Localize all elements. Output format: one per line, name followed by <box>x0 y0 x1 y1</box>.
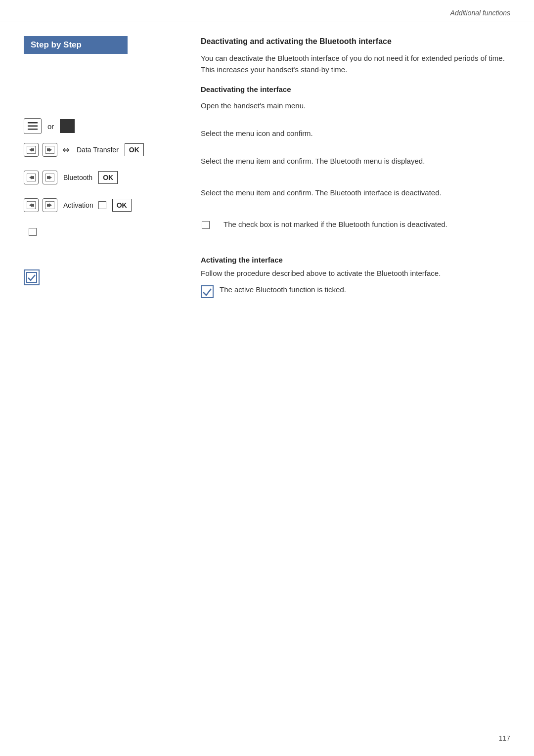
main-section-title: Deactivating and activating the Bluetoot… <box>201 37 510 46</box>
svg-marker-11 <box>29 176 32 179</box>
svg-rect-9 <box>47 148 49 151</box>
page-header: Additional functions <box>0 0 534 21</box>
square-icon <box>60 119 75 133</box>
svg-marker-17 <box>29 203 32 207</box>
checkbox-symbol <box>29 228 37 236</box>
deactivating-subtitle: Deactivating the interface <box>201 85 510 93</box>
desc-row-or: Open the handset's main menu. <box>201 97 510 125</box>
desc-activation-text: Select the menu item and confirm. The Bl… <box>201 187 442 198</box>
activating-tick-text: The active Bluetooth function is ticked. <box>220 284 346 296</box>
desc-checkbox-text: The check box is not marked if the Bluet… <box>223 219 447 230</box>
desc-row-bluetooth: Select the menu item and confirm. The Bl… <box>201 153 510 184</box>
desc-row-data-transfer: Select the menu icon and confirm. <box>201 125 510 153</box>
nav-forward-icon-3 <box>43 198 57 212</box>
steps-area: or <box>24 113 183 299</box>
desc-data-transfer-text: Select the menu icon and confirm. <box>201 128 313 139</box>
svg-rect-21 <box>47 204 49 207</box>
or-text: or <box>47 122 54 131</box>
or-row: or <box>24 118 183 134</box>
desc-rows: Open the handset's main menu. Select the… <box>201 97 510 244</box>
desc-row-activation: Select the menu item and confirm. The Bl… <box>201 184 510 216</box>
svg-rect-1 <box>28 126 38 127</box>
desc-bluetooth-text: Select the menu item and confirm. The Bl… <box>201 156 425 167</box>
checkbox-empty <box>98 201 106 209</box>
svg-marker-8 <box>49 148 52 152</box>
step-by-step-label: Step by Step <box>24 36 128 54</box>
svg-rect-18 <box>32 204 34 207</box>
checkbox-row <box>24 228 183 236</box>
ok-button-data-transfer[interactable]: OK <box>125 143 144 156</box>
activating-checkmark-icon <box>201 285 214 300</box>
bluetooth-label: Bluetooth <box>63 174 92 181</box>
main-layout: Step by Step or <box>0 21 534 723</box>
activating-subtitle: Activating the interface <box>201 256 510 264</box>
svg-rect-15 <box>47 176 49 179</box>
nav-back-icon-3 <box>24 198 39 212</box>
activation-label: Activation <box>63 201 93 209</box>
menu-lines-icon <box>24 118 42 134</box>
arrows-icon: ⇔ <box>62 144 70 155</box>
nav-forward-icon <box>43 143 57 157</box>
data-transfer-label: Data Transfer <box>77 146 119 154</box>
svg-rect-3 <box>63 122 72 131</box>
step-data-transfer: ⇔ Data Transfer OK <box>24 143 183 157</box>
activating-paragraph: Follow the procedure described above to … <box>201 268 510 279</box>
desc-checkbox-symbol <box>202 221 210 229</box>
ok-button-bluetooth[interactable]: OK <box>98 171 118 184</box>
desc-checkbox-icon-area <box>201 219 219 229</box>
desc-or-text: Open the handset's main menu. <box>201 100 306 111</box>
svg-rect-22 <box>27 272 37 282</box>
svg-rect-23 <box>201 286 213 298</box>
svg-marker-14 <box>49 176 52 179</box>
header-text: Additional functions <box>450 9 510 17</box>
page-number: 117 <box>499 734 510 742</box>
svg-rect-2 <box>28 129 38 130</box>
checkmark-row <box>24 269 183 285</box>
svg-rect-0 <box>28 122 38 124</box>
nav-back-icon-2 <box>24 171 39 184</box>
sidebar: Step by Step or <box>0 21 183 723</box>
ok-button-activation[interactable]: OK <box>112 199 132 212</box>
svg-marker-5 <box>29 148 32 152</box>
svg-marker-20 <box>49 203 52 207</box>
svg-rect-6 <box>32 148 34 151</box>
nav-back-icon <box>24 143 39 157</box>
content-area: Deactivating and activating the Bluetoot… <box>183 21 534 723</box>
checkmark-icon <box>24 269 40 285</box>
svg-rect-12 <box>32 176 34 179</box>
activating-tick-row: The active Bluetooth function is ticked. <box>201 284 510 300</box>
desc-row-checkbox: The check box is not marked if the Bluet… <box>201 216 510 244</box>
page: Additional functions Step by Step or <box>0 0 534 756</box>
nav-forward-icon-2 <box>43 171 57 184</box>
intro-paragraph: You can deactivate the Bluetooth interfa… <box>201 53 510 75</box>
step-activation: Activation OK <box>24 198 183 212</box>
step-bluetooth: Bluetooth OK <box>24 171 183 184</box>
